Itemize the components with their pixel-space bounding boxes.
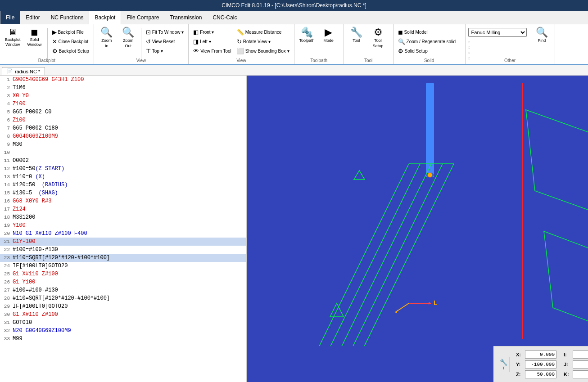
zoom-regenerate-button[interactable]: 🔍 Zoom / Regenerate solid [396,37,458,46]
menu-file[interactable]: File [0,11,20,24]
xyz-group: X: Y: Z: [512,351,560,378]
mode-icon: ▶ [325,27,332,37]
bounding-box-icon: ⬜ [237,48,244,54]
ribbon-group-other: Fanuc Milling ↕ ↕ ↕ ↕ 🔍 Find Other [466,24,555,64]
tab-label: radius.NC * [15,69,40,74]
k-label: K: [564,372,571,377]
zoom-out-button[interactable]: 🔍 ZoomOut [118,26,138,55]
j-row: J: [564,360,588,369]
zoom-out-icon: 🔍 [122,27,134,37]
code-line-19: 19 Y100 [0,221,246,229]
svg-rect-2 [426,83,434,177]
show-bounding-box-label: Show Bounding Box ▾ [245,49,289,54]
toolpath-group-content: 🔩 Toolpath ▶ Mode [297,26,341,63]
menu-backplot[interactable]: Backplot [89,11,121,24]
zoom-in-button[interactable]: 🔍 ZoomIn [97,26,117,55]
title-bar: CIMCO Edit 8.01.19 - [C:\Users\Shiron\De… [0,0,588,11]
menu-editor[interactable]: Editor [20,11,45,24]
mode-label: Mode [323,38,334,44]
backplot-group-label: Backplot [0,58,94,63]
fit-to-window-button[interactable]: ⊡ Fit To Window ▾ [144,28,185,36]
editor-tab[interactable]: 📄 radius.NC * [2,67,45,75]
rotate-view-label: Rotate View ▾ [243,39,271,44]
tool-setup-button[interactable]: ⚙ ToolSetup [368,26,388,55]
show-bounding-box-button[interactable]: ⬜ Show Bounding Box ▾ [235,47,291,55]
left-label: Left ▾ [200,39,211,44]
toolpath-button[interactable]: 🔩 Toolpath [297,26,317,55]
backplot-group-content: 🖥 BackplotWindow ◼ SolidWindow ▶ Backplo… [3,26,91,63]
left-icon: ◨ [193,38,199,45]
view-group-content: ◧ Front ▾ ◨ Left ▾ 👁 View From Tool 📏 Me… [191,26,291,63]
view-reset-button[interactable]: ↺ View Reset [144,37,185,46]
backplot-window-button[interactable]: 🖥 BackplotWindow [3,26,23,55]
measure-distance-button[interactable]: 📏 Measure Distance [235,28,291,36]
fanuc-milling-dropdown[interactable]: Fanuc Milling [468,28,527,37]
code-line-16: 16 G68 X0Y0 R#3 [0,197,246,205]
measure-distance-icon: 📏 [237,29,244,36]
k-field[interactable] [573,370,588,378]
zoom-out-label: ZoomOut [123,38,133,49]
zoom-group-content: 🔍 ZoomIn 🔍 ZoomOut ⊡ Fit To Window ▾ ↺ V… [97,26,185,63]
code-line-2: 2 T1M6 [0,84,246,92]
solid-window-label: SolidWindow [27,37,42,47]
tool-button[interactable]: 🔧 Tool [347,26,366,55]
main-content: 1 G90G54G0G69 G43H1 Z100 2 T1M6 3 X0 Y0 … [0,76,588,382]
mode-button[interactable]: ▶ Mode [319,26,339,55]
backplot-window-icon: 🖥 [8,27,17,36]
status-bar: 🔧 T X: Y: Z: [493,346,588,382]
tool-group-content: 🔧 Tool ⚙ ToolSetup [347,26,390,63]
code-line-32: 32 N20 G0G40G69Z100M9 [0,327,246,335]
z-field[interactable] [525,370,556,378]
toolpath-group-label: Toolpath [294,58,344,63]
view-right-col: 📏 Measure Distance ↻ Rotate View ▾ ⬜ Sho… [235,26,291,55]
tool-label: Tool [353,38,360,44]
find-label: Find [538,38,546,44]
viewport[interactable]: L 🔧 T X: Y: Z: [247,76,588,382]
code-line-7: 7 G65 P0002 C180 [0,124,246,132]
solid-window-icon: ◼ [31,27,38,36]
toolpath-icon: 🔩 [301,27,313,37]
view-from-tool-button[interactable]: 👁 View From Tool [191,47,233,55]
rotate-view-icon: ↻ [237,38,242,45]
code-line-33: 33 M99 [0,335,246,343]
zoom-in-label: ZoomIn [101,38,112,49]
code-line-18: 18 M3S1200 [0,213,246,221]
y-field[interactable] [525,360,556,369]
menu-transmission[interactable]: Transmission [164,11,207,24]
front-button[interactable]: ◧ Front ▾ [191,28,233,36]
solid-model-button[interactable]: ◼ Solid Model [396,28,458,36]
backplot-setup-icon: ⚙ [52,48,58,54]
code-line-29: 29 IF[#100LT0]GOTO20 [0,302,246,310]
code-line-30: 30 G1 X#110 Z#100 [0,310,246,319]
backplot-setup-button[interactable]: ⚙ Backplot Setup [50,47,91,55]
code-line-21: 21 G1Y-100 [0,238,246,246]
top-button[interactable]: ⊤ Top ▾ [144,47,185,55]
find-button[interactable]: 🔍 Find [532,26,552,55]
menu-cnc-calc[interactable]: CNC-Calc [207,11,242,24]
menu-nc-functions[interactable]: NC Functions [45,11,89,24]
backplot-window-label: BackplotWindow [5,37,21,47]
code-editor[interactable]: 1 G90G54G0G69 G43H1 Z100 2 T1M6 3 X0 Y0 … [0,76,247,382]
close-backplot-button[interactable]: ✕ Close Backplot [50,37,91,46]
solid-setup-button[interactable]: ⚙ Solid Setup [396,47,458,55]
code-line-15: 15 #130=5 (SHAG) [0,189,246,197]
left-button[interactable]: ◨ Left ▾ [191,37,233,46]
code-line-9: 9 M30 [0,140,246,148]
menu-file-compare[interactable]: File Compare [121,11,164,24]
solid-col: ◼ Solid Model 🔍 Zoom / Regenerate solid … [396,26,458,55]
z-label: Z: [516,372,523,377]
solid-model-icon: ◼ [398,29,403,36]
ribbon: 🖥 BackplotWindow ◼ SolidWindow ▶ Backplo… [0,24,588,65]
i-field[interactable] [573,351,588,359]
code-line-6: 6 Z100 [0,116,246,124]
find-icon: 🔍 [536,27,548,37]
backplot-file-button[interactable]: ▶ Backplot File [50,28,91,36]
i-row: I: [564,351,588,359]
viewport-svg: L [247,76,588,346]
j-field[interactable] [573,360,588,369]
top-icon: ⊤ [146,48,151,54]
rotate-view-button[interactable]: ↻ Rotate View ▾ [235,37,291,46]
x-field[interactable] [525,351,556,359]
tool-icon: 🔧 [350,27,362,37]
solid-window-button[interactable]: ◼ SolidWindow [25,26,45,55]
